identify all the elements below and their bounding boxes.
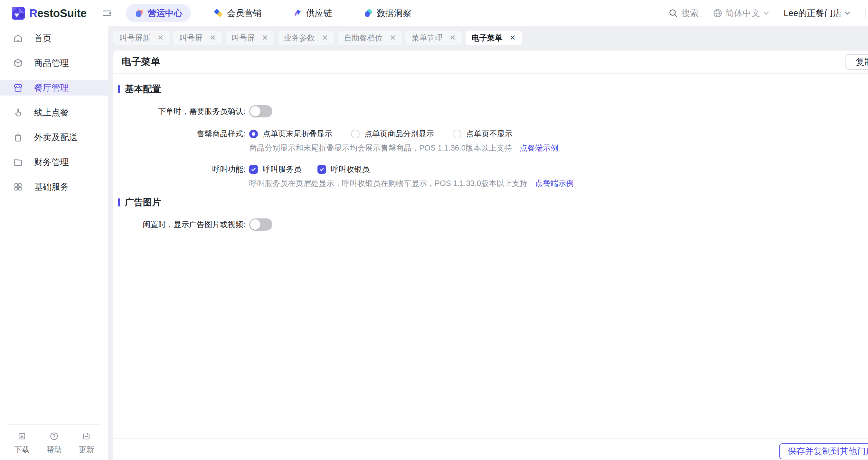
operations-icon bbox=[134, 8, 144, 18]
search-icon bbox=[669, 8, 678, 18]
nav-item-operations[interactable]: 营运中心 bbox=[126, 4, 191, 22]
close-icon[interactable]: ✕ bbox=[210, 34, 216, 41]
question-icon bbox=[50, 432, 59, 441]
open-tabs: 叫号屏新 ✕ 叫号屏 ✕ 叫号屏 ✕ 业务参数 ✕ 自助餐档位 ✕ 菜单管理 ✕… bbox=[113, 31, 868, 45]
tab-call-screen-1[interactable]: 叫号屏 ✕ bbox=[173, 31, 222, 45]
waiter-confirm-toggle[interactable] bbox=[249, 105, 272, 118]
chevron-down-icon bbox=[844, 11, 850, 15]
tab-label: 自助餐档位 bbox=[344, 33, 382, 43]
sidebar-item-label: 外卖及配送 bbox=[34, 132, 78, 143]
search-control[interactable]: 搜索 bbox=[669, 7, 699, 19]
pos-example-link[interactable]: 点餐端示例 bbox=[520, 143, 558, 153]
nav-item-supply-chain[interactable]: 供应链 bbox=[284, 4, 341, 22]
tab-business-params[interactable]: 业务参数 ✕ bbox=[278, 31, 334, 45]
sidebar-collapse-icon[interactable] bbox=[101, 8, 112, 18]
help-button[interactable]: 帮助 bbox=[40, 432, 68, 455]
sidebar-item-online-ordering[interactable]: 线上点餐 bbox=[0, 105, 108, 120]
tab-label: 业务参数 bbox=[284, 33, 315, 43]
tab-buffet-tiers[interactable]: 自助餐档位 ✕ bbox=[338, 31, 402, 45]
toggle-knob bbox=[250, 106, 260, 117]
folder-icon bbox=[11, 156, 25, 169]
brand-logo-icon bbox=[11, 6, 25, 20]
soldout-help: 商品分别显示和末尾折叠显示均会展示售罄商品，POS 1.1.36.0版本以上支持… bbox=[118, 143, 868, 153]
form-footer: 保存并复制到其他门店 bbox=[113, 438, 868, 460]
row-waiter-confirm: 下单时，需要服务员确认: bbox=[118, 105, 868, 118]
topbar: RestoSuite 营运中心 会员营销 bbox=[0, 0, 868, 26]
download-icon bbox=[18, 432, 26, 441]
updates-button[interactable]: 更新 bbox=[72, 432, 100, 455]
close-icon[interactable]: ✕ bbox=[390, 34, 396, 41]
sidebar-item-restaurant[interactable]: 餐厅管理 bbox=[0, 80, 108, 96]
close-icon[interactable]: ✕ bbox=[510, 34, 516, 41]
radio-checked-icon[interactable] bbox=[249, 130, 258, 138]
sidebar-item-products[interactable]: 商品管理 bbox=[0, 55, 108, 71]
checkbox-checked-icon[interactable] bbox=[249, 165, 258, 174]
settings-form: 基本配置 下单时，需要服务员确认: 售罄商品样式: 点单页末尾折叠显示 bbox=[113, 74, 868, 231]
checkbox-call-waiter[interactable]: 呼叫服务员 bbox=[249, 164, 301, 174]
radio-option-hidden[interactable]: 点单页不显示 bbox=[453, 129, 513, 139]
row-soldout-style: 售罄商品样式: 点单页末尾折叠显示 点单页商品分别显示 点单页不显示 bbox=[118, 127, 868, 140]
tab-call-screen-new[interactable]: 叫号屏新 ✕ bbox=[113, 31, 170, 45]
nav-item-membership[interactable]: 会员营销 bbox=[205, 4, 270, 22]
radio-label: 点单页末尾折叠显示 bbox=[263, 129, 332, 139]
tab-label: 菜单管理 bbox=[411, 33, 442, 43]
checkbox-call-cashier[interactable]: 呼叫收银员 bbox=[317, 164, 370, 174]
close-icon[interactable]: ✕ bbox=[322, 34, 328, 41]
idle-ads-toggle[interactable] bbox=[249, 219, 272, 231]
supply-chain-icon bbox=[293, 8, 303, 18]
radio-option-collapsed-end[interactable]: 点单页末尾折叠显示 bbox=[249, 129, 332, 139]
copy-button[interactable]: 复制 bbox=[845, 54, 868, 70]
sidebar-item-home[interactable]: 首页 bbox=[0, 31, 108, 46]
page-header: 电子菜单 复制 bbox=[113, 51, 868, 74]
brand: RestoSuite bbox=[11, 6, 87, 20]
sidebar-item-label: 线上点餐 bbox=[34, 107, 69, 119]
row-idle-ads: 闲置时，显示广告图片或视频: bbox=[118, 218, 868, 231]
tab-label: 电子菜单 bbox=[472, 33, 503, 43]
radio-label: 点单页不显示 bbox=[466, 129, 513, 139]
radio-option-shown-separately[interactable]: 点单页商品分别显示 bbox=[351, 129, 434, 139]
checkbox-checked-icon[interactable] bbox=[317, 165, 326, 174]
tab-call-screen-2[interactable]: 叫号屏 ✕ bbox=[226, 31, 274, 45]
main-panel: 电子菜单 复制 基本配置 下单时，需要服务员确认: 售罄商品样式: 点单页末 bbox=[113, 51, 868, 460]
storefront-icon bbox=[11, 81, 25, 94]
close-icon[interactable]: ✕ bbox=[157, 34, 163, 41]
radio-unchecked-icon[interactable] bbox=[453, 130, 461, 138]
sidebar-item-delivery[interactable]: 外卖及配送 bbox=[0, 130, 108, 145]
sidebar-item-label: 首页 bbox=[34, 32, 52, 44]
save-and-copy-button[interactable]: 保存并复制到其他门店 bbox=[779, 443, 868, 459]
sidebar-item-label: 餐厅管理 bbox=[34, 82, 69, 94]
sidebar-item-finance[interactable]: 财务管理 bbox=[0, 155, 108, 170]
pos-example-link[interactable]: 点餐端示例 bbox=[535, 178, 574, 189]
topbar-divider bbox=[865, 8, 866, 18]
home-icon bbox=[11, 32, 25, 45]
section-basic-config: 基本配置 bbox=[118, 84, 868, 94]
tab-menu-management[interactable]: 菜单管理 ✕ bbox=[405, 31, 462, 45]
checkbox-label: 呼叫收银员 bbox=[331, 164, 370, 174]
store-name: Lee的正餐门店 bbox=[784, 7, 842, 19]
store-selector[interactable]: Lee的正餐门店 bbox=[784, 7, 850, 19]
field-label: 下单时，需要服务员确认: bbox=[118, 106, 245, 117]
nav-label: 数据洞察 bbox=[377, 7, 411, 19]
radio-unchecked-icon[interactable] bbox=[351, 130, 360, 138]
close-icon[interactable]: ✕ bbox=[262, 34, 268, 41]
help-text: 呼叫服务员在页眉处显示，呼叫收银员在购物车显示，POS 1.1.33.0版本以上… bbox=[249, 178, 527, 189]
tab-label: 叫号屏 bbox=[232, 33, 255, 43]
cube-icon bbox=[11, 57, 25, 69]
shopping-bag-icon bbox=[11, 131, 25, 144]
sidebar-item-basic-services[interactable]: 基础服务 bbox=[0, 179, 108, 195]
toggle-knob bbox=[250, 219, 260, 230]
sidebar-item-label: 基础服务 bbox=[34, 181, 69, 193]
sidebar-item-label: 商品管理 bbox=[34, 57, 69, 69]
tab-label: 叫号屏新 bbox=[119, 33, 150, 43]
download-button[interactable]: 下载 bbox=[8, 432, 36, 455]
tap-hand-icon bbox=[11, 106, 25, 119]
close-icon[interactable]: ✕ bbox=[450, 34, 456, 41]
chevron-down-icon bbox=[763, 11, 770, 15]
language-label: 简体中文 bbox=[725, 7, 760, 19]
section-title-text: 广告图片 bbox=[125, 196, 161, 208]
language-selector[interactable]: 简体中文 bbox=[713, 7, 770, 19]
mini-item-label: 下载 bbox=[14, 445, 30, 455]
nav-item-data-insight[interactable]: 数据洞察 bbox=[355, 4, 420, 22]
tab-e-menu[interactable]: 电子菜单 ✕ bbox=[466, 31, 522, 45]
section-accent-bar bbox=[118, 85, 120, 93]
